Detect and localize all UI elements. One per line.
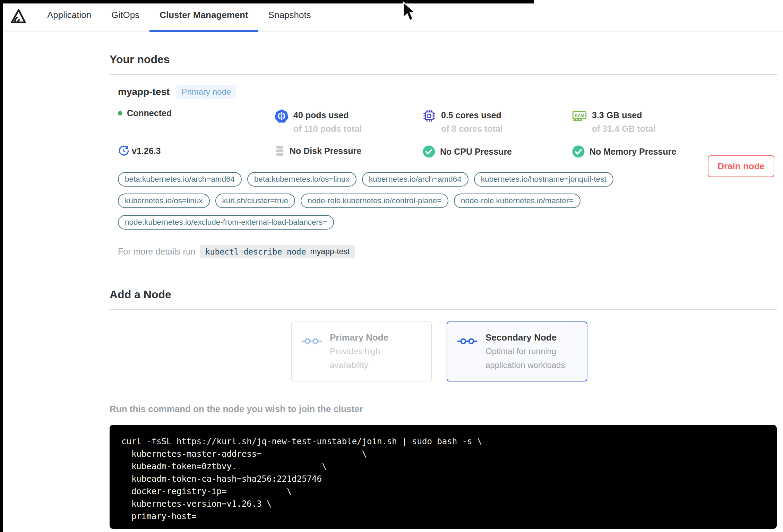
node-label-pill: kurl.sh/cluster=true (215, 194, 295, 208)
ram-icon: RAM (572, 109, 587, 123)
node-label-pill: kubernetes.io/arch=amd64 (362, 172, 468, 187)
join-command-code-block: curl -fsSL https://kurl.sh/jq-new-test-u… (110, 425, 777, 529)
node-label-pill: beta.kubernetes.io/arch=amd64 (118, 172, 242, 187)
kubectl-command-node-arg: myapp-test (310, 247, 350, 256)
disk-pressure-label: No Disk Pressure (290, 146, 361, 156)
tab-cluster-management[interactable]: Cluster Management (149, 0, 258, 32)
pods-used-value: 40 pods used (293, 108, 362, 122)
details-prefix: For more details run (118, 247, 196, 257)
kubernetes-icon (275, 109, 289, 123)
node-label-pill: kubernetes.io/hostname=jonquil-test (474, 172, 613, 187)
node-label-pill: kubernetes.io/os=linux (118, 194, 210, 208)
tab-application[interactable]: Application (37, 0, 101, 32)
node-details-line: For more details run kubectl describe no… (118, 245, 777, 258)
node-status-label: Connected (127, 108, 172, 118)
memory-used-value: 3.3 GB used (592, 108, 655, 122)
node-label-pill: node-role.kubernetes.io/master= (454, 194, 580, 208)
linked-nodes-icon (301, 336, 322, 346)
drain-node-button[interactable]: Drain node (708, 155, 774, 177)
secondary-node-option-title: Secondary Node (485, 331, 572, 344)
cpu-pressure-label: No CPU Pressure (440, 147, 512, 157)
join-command-line: kubeadm-token=0ztbvy. \ (121, 460, 765, 473)
memory-total-label: of 31.4 GB total (592, 122, 655, 135)
check-icon (572, 145, 585, 158)
primary-node-badge: Primary node (177, 85, 236, 99)
your-nodes-title: Your nodes (110, 53, 777, 66)
status-dot-icon (118, 111, 122, 115)
join-command-line: kubernetes-master-address= \ (121, 448, 765, 460)
join-command-instruction: Run this command on the node you wish to… (110, 404, 777, 414)
your-nodes-divider (110, 74, 777, 75)
cores-used-value: 0.5 cores used (441, 108, 503, 122)
pods-total-label: of 110 pods total (293, 122, 362, 135)
cpu-icon (422, 109, 436, 123)
version-icon (118, 145, 130, 157)
node-card: myapp-test Primary node Connected (110, 85, 777, 258)
kubernetes-version: v1.26.3 (118, 145, 275, 157)
secondary-node-option-description: Optimal for running application workload… (485, 344, 572, 372)
kubectl-describe-chip: kubectl describe node myapp-test (200, 245, 355, 258)
primary-node-option-description: Provides high availability (330, 344, 416, 372)
node-label-pill: beta.kubernetes.io/os=linux (247, 172, 356, 187)
secondary-node-option[interactable]: Secondary Node Optimal for running appli… (447, 321, 587, 381)
window-edge-top (0, 0, 534, 3)
cpu-pressure-condition: No CPU Pressure (422, 145, 572, 158)
node-label-pill: node.kubernetes.io/exclude-from-external… (118, 215, 334, 230)
primary-node-option[interactable]: Primary Node Provides high availability (291, 321, 432, 381)
tab-gitops[interactable]: GitOps (101, 0, 149, 32)
primary-node-option-title: Primary Node (330, 331, 416, 344)
replicated-logo-icon (9, 8, 26, 25)
add-a-node-title: Add a Node (110, 288, 777, 301)
cluster-management-page: Your nodes myapp-test Primary node Conne… (110, 53, 777, 532)
disk-icon (275, 145, 285, 157)
kubectl-command: kubectl describe node (205, 247, 306, 256)
join-command-line: primary-host= (121, 510, 765, 523)
cores-total-label: of 8 cores total (441, 122, 503, 135)
disk-pressure-condition: No Disk Pressure (275, 145, 422, 157)
tab-snapshots[interactable]: Snapshots (258, 0, 321, 32)
mouse-cursor (402, 1, 418, 22)
node-labels: beta.kubernetes.io/arch=amd64 beta.kuber… (118, 172, 707, 230)
memory-stat: RAM 3.3 GB used of 31.4 GB total (572, 108, 777, 135)
add-a-node-divider (110, 309, 777, 310)
join-command-line: kubeadm-token-ca-hash=sha256:221d25746 (121, 473, 765, 485)
node-label-pill: node-role.kubernetes.io/control-plane= (301, 194, 448, 208)
svg-text:RAM: RAM (575, 113, 584, 118)
memory-pressure-label: No Memory Pressure (590, 147, 676, 157)
cores-stat: 0.5 cores used of 8 cores total (422, 108, 572, 135)
join-command-line: curl -fsSL https://kurl.sh/jq-new-test-u… (121, 435, 765, 448)
join-command-line: kubernetes-version=v1.26.3 \ (121, 498, 765, 510)
node-name: myapp-test (118, 86, 170, 97)
top-navbar: Application GitOps Cluster Management Sn… (0, 0, 783, 32)
linked-nodes-icon (457, 336, 478, 346)
check-icon (422, 145, 436, 158)
node-type-options: Primary Node Provides high availability … (291, 321, 777, 381)
join-command-line: docker-registry-ip= \ (121, 485, 765, 498)
pods-stat: 40 pods used of 110 pods total (275, 108, 422, 135)
version-label: v1.26.3 (132, 146, 161, 156)
window-edge-left (0, 0, 3, 532)
node-status: Connected (118, 108, 275, 118)
